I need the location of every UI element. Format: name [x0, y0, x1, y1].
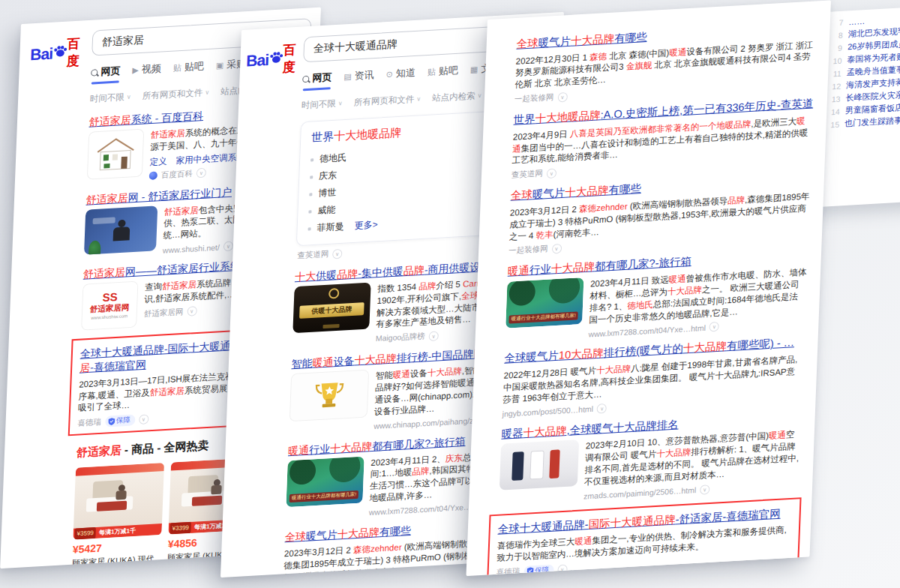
showroom-thumbnail[interactable]	[500, 440, 579, 490]
filter-2[interactable]: 站点内检索∨	[432, 90, 482, 104]
text-segment: 2023年4月11日 2、	[370, 454, 446, 467]
tab-label: 网页	[100, 64, 121, 78]
dropdown-icon[interactable]: ∨	[139, 415, 148, 425]
dropdown-icon[interactable]: ∨	[547, 168, 556, 178]
baidu-logo[interactable]: Bai百度	[30, 31, 86, 72]
filter-label: 所有网页和文件	[142, 87, 203, 102]
bullet-icon	[309, 193, 312, 196]
brand-name: 菲斯曼	[316, 220, 344, 235]
filter-label: 站点内检索	[432, 90, 476, 104]
text-segment: 暖通	[288, 443, 310, 457]
search-icon	[91, 69, 98, 76]
dropdown-icon[interactable]: ∨	[196, 168, 206, 178]
brand-name: 博世	[318, 186, 337, 200]
play-icon: ▶	[132, 66, 139, 74]
tab-label: 知道	[396, 66, 416, 80]
brand-name: 庆东	[319, 169, 338, 182]
shield-icon	[108, 418, 115, 426]
logoss-thumbnail[interactable]: SS舒适家居网www.shushiw.com	[81, 280, 138, 330]
site-logo-monogram: SS	[102, 291, 118, 303]
tab-know[interactable]: ⊙知道	[386, 66, 416, 86]
news-icon: ▤	[344, 72, 352, 81]
sub-link[interactable]: 家用中央空调系统	[176, 152, 245, 166]
filter-0[interactable]: 时间不限∨	[302, 98, 343, 111]
dropdown-icon[interactable]: ∨	[710, 322, 719, 332]
dropdown-icon[interactable]: ∨	[597, 404, 607, 414]
filter-1[interactable]: 所有网页和文件∨	[354, 93, 422, 108]
text-segment: 品牌	[418, 281, 436, 291]
dropdown-icon[interactable]: ∨	[551, 244, 561, 254]
tab-search[interactable]: 网页	[302, 70, 332, 91]
text-segment: 舒适家居	[83, 266, 126, 280]
filter-label: 时间不限	[302, 98, 337, 112]
baidu-logo-cn: 百度	[66, 34, 85, 70]
search-result-highlighted: 全球十大暖通品牌-国际十大暖通品牌-舒适家居-喜德瑞官网喜德瑞作为全球三大暖通集…	[487, 497, 802, 576]
paw-icon	[268, 50, 284, 65]
text-segment: 全球暖气片	[504, 350, 559, 364]
tab-play[interactable]: ▶视频	[132, 62, 161, 82]
tab-search[interactable]: 网页	[91, 64, 121, 84]
result-source: 查英道网	[297, 249, 329, 261]
text-segment: 世界	[311, 130, 334, 144]
trophy-thumbnail[interactable]	[290, 370, 369, 422]
text-segment: 金旗舰	[626, 61, 652, 71]
person-body	[116, 490, 126, 500]
house-illustration	[92, 134, 140, 175]
know-icon: ⊙	[386, 70, 394, 79]
ribbon-base	[322, 324, 339, 328]
text-segment: 暖通	[769, 430, 786, 440]
dropdown-icon[interactable]: ∨	[700, 484, 710, 495]
result-source: 舒适家居网	[143, 307, 183, 320]
tab-label: 贴吧	[439, 64, 459, 78]
text-segment: 行业	[530, 263, 552, 277]
person-body	[211, 485, 221, 495]
hot-title: ……	[848, 16, 865, 26]
text-segment: 暖通	[669, 47, 686, 57]
lake-thumbnail[interactable]: 暖通行业十大品牌都有哪几家!	[286, 456, 364, 507]
video-thumbnail[interactable]	[84, 206, 158, 254]
dropdown-icon[interactable]: ∨	[557, 92, 567, 102]
dropdown-icon[interactable]: ∨	[332, 248, 342, 259]
text-segment: 北京 森德(中国)	[607, 48, 670, 61]
text-segment: 舒适家居	[150, 386, 184, 397]
dropdown-icon[interactable]: ∨	[224, 242, 233, 252]
dropdown-icon[interactable]: ∨	[557, 564, 567, 574]
text-segment: 全球十大暖通品牌-	[498, 518, 589, 536]
tab-tieba[interactable]: 贴贴吧	[172, 59, 204, 80]
more-link[interactable]: 更多>	[354, 218, 378, 232]
text-segment: 2023年4月11日 致远	[590, 275, 669, 289]
text-segment: 十大品牌	[338, 526, 380, 540]
medal-icon	[328, 288, 340, 299]
cart-icon: ▣	[216, 61, 224, 70]
result-url: www.lxm7288.com/t04/Yxe…html	[588, 323, 706, 339]
house-thumbnail[interactable]	[87, 128, 144, 179]
filter-label: 所有网页和文件	[354, 94, 415, 109]
result-snippet: 2023年4月11日 致远暖通曾被焦作市水电暖、防水、墙体材料、橱柜…总评为十大…	[589, 266, 807, 326]
bed-blanket	[192, 496, 222, 506]
text-segment: 德地氏	[627, 300, 653, 310]
text-segment: 智能	[291, 357, 313, 370]
text-segment: 十大品牌	[683, 340, 728, 355]
text-segment: 十大品牌	[523, 424, 567, 438]
filter-label: 时间不限	[90, 92, 125, 105]
goldbadge-thumbnail[interactable]: 供暖十大品牌	[292, 282, 370, 333]
hot-search-list: 7……8湖北巴东发现罕见瑞兽926岁韩男团成员被发现身亡10泰国将为死者赔付15…	[820, 1, 900, 131]
text-segment: 森德zehnder	[579, 202, 628, 214]
page-serp-nuantong-p2: 全球暖气片十大品牌有哪些2022年12月30日 1 森德 北京 森德(中国)暖通…	[466, 0, 831, 576]
dropdown-icon[interactable]: ∨	[187, 306, 196, 316]
text-segment: 排行榜(暖气片的	[603, 343, 683, 359]
result-source: 一起装修网	[508, 244, 548, 256]
tab-news[interactable]: ▤资讯	[344, 68, 374, 88]
lake-thumbnail[interactable]: 暖通行业十大品牌都有哪几家!	[506, 278, 584, 328]
sub-link[interactable]: 定义	[149, 155, 167, 167]
dropdown-icon[interactable]: ∨	[428, 331, 438, 341]
baidu-logo[interactable]: Bai百度	[246, 38, 297, 79]
filter-1[interactable]: 所有网页和文件∨	[142, 87, 210, 102]
tab-tieba[interactable]: 贴贴吧	[427, 64, 458, 84]
filter-0[interactable]: 时间不限∨	[90, 92, 131, 105]
product-card[interactable]: 每满1万减1千¥3599¥5427顾家家居 (KUKA) 现代简约皮感科技…京东	[71, 463, 164, 568]
hot-rank: 15	[828, 119, 839, 129]
text-segment: 舒适家居	[151, 128, 185, 140]
result-source: 百度百科	[161, 168, 194, 180]
bullet-icon	[308, 227, 311, 230]
